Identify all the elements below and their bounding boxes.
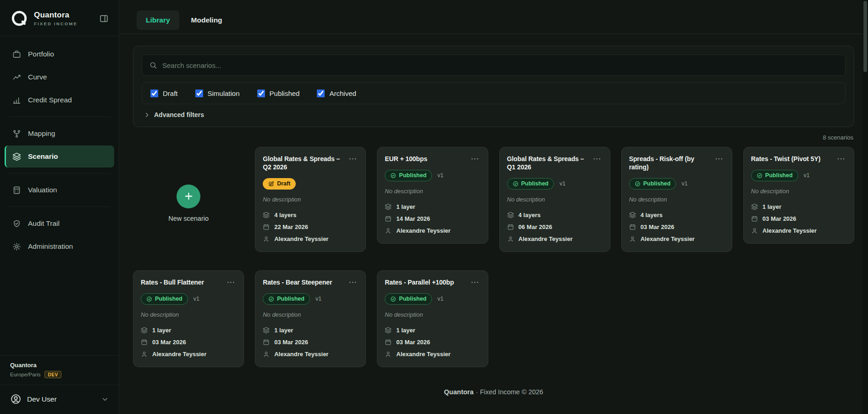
status-filter-draft[interactable]: Draft xyxy=(150,90,178,97)
brand-subtitle: FIXED INCOME xyxy=(34,21,92,26)
scenario-description: No description xyxy=(141,311,236,318)
sidebar-collapse-button[interactable] xyxy=(97,12,111,25)
owner-name: Alexandre Teyssier xyxy=(763,227,817,234)
modified-date: 22 Mar 2026 xyxy=(274,224,308,230)
scenario-card[interactable]: EUR + 100bps ⋯ Published v1 No descripti… xyxy=(377,147,488,244)
sidebar-item-valuation[interactable]: Valuation xyxy=(5,179,114,201)
scenario-card[interactable]: Rates - Bull Flattener ⋯ Published v1 No… xyxy=(133,270,244,367)
modified-date: 14 Mar 2026 xyxy=(396,215,430,222)
status-filter-archived[interactable]: Archived xyxy=(317,90,356,97)
scenario-description: No description xyxy=(507,196,603,203)
tab-library[interactable]: Library xyxy=(137,11,179,30)
library-content: Draft Simulation Published Archived Adva… xyxy=(119,34,868,414)
card-menu-button[interactable]: ⋯ xyxy=(347,278,358,287)
check-circle-icon xyxy=(390,173,396,179)
scenario-card[interactable]: Rates - Bear Steepener ⋯ Published v1 No… xyxy=(255,270,366,367)
version-label: v1 xyxy=(559,180,565,187)
scenario-title: Global Rates & Spreads – Q2 2026 xyxy=(263,155,343,172)
card-menu-button[interactable]: ⋯ xyxy=(225,278,236,287)
status-checkbox[interactable] xyxy=(150,90,158,97)
layers-icon xyxy=(751,203,758,210)
page-footer: Quantora· Fixed Income © 2026 xyxy=(133,388,854,396)
status-badge: Published xyxy=(141,293,188,305)
search-input[interactable] xyxy=(162,62,838,69)
pencil-icon xyxy=(268,181,274,187)
scenario-card[interactable]: Rates - Parallel +100bp ⋯ Published v1 N… xyxy=(377,270,488,367)
card-menu-button[interactable]: ⋯ xyxy=(592,155,603,163)
search-box[interactable] xyxy=(142,55,846,76)
status-checkbox[interactable] xyxy=(257,90,265,97)
footer-text: · Fixed Income © 2026 xyxy=(476,388,543,396)
status-badge: Published xyxy=(385,170,432,181)
card-menu-button[interactable]: ⋯ xyxy=(713,155,724,163)
user-icon xyxy=(385,351,392,358)
status-checkbox[interactable] xyxy=(317,90,325,97)
status-filter-label: Simulation xyxy=(208,90,240,97)
scrollbar[interactable] xyxy=(862,0,868,414)
version-label: v1 xyxy=(804,172,810,179)
layers-icon xyxy=(263,212,270,218)
scenario-description: No description xyxy=(629,196,724,203)
results-count: 8 scenarios xyxy=(133,134,853,141)
sidebar-item-mapping[interactable]: Mapping xyxy=(5,123,114,145)
status-badge: Published xyxy=(263,293,310,305)
env-badge: DEV xyxy=(44,371,61,378)
scenario-title: EUR + 100bps xyxy=(385,155,465,163)
status-checkbox[interactable] xyxy=(195,90,203,97)
status-badge-label: Published xyxy=(155,296,182,302)
scenario-description: No description xyxy=(385,188,480,195)
user-icon xyxy=(263,351,270,358)
scenario-card[interactable]: Global Rates & Spreads – Q2 2026 ⋯ Draft… xyxy=(255,147,366,252)
layers-count: 1 layer xyxy=(152,327,171,334)
status-badge: Published xyxy=(751,170,798,181)
calendar-icon xyxy=(385,215,392,222)
owner-name: Alexandre Teyssier xyxy=(519,235,573,242)
tab-modeling[interactable]: Modeling xyxy=(182,11,232,30)
card-menu-button[interactable]: ⋯ xyxy=(347,155,358,163)
status-badge-label: Published xyxy=(399,296,426,302)
version-label: v1 xyxy=(437,296,443,302)
new-scenario-label: New scenario xyxy=(168,215,209,222)
scenario-card[interactable]: Global Rates & Spreads – Q1 2026 ⋯ Publi… xyxy=(499,147,610,252)
sidebar-item-scenario[interactable]: Scenario xyxy=(5,145,114,168)
check-circle-icon xyxy=(268,296,274,302)
scenario-card[interactable]: Spreads - Risk-off (by rating) ⋯ Publish… xyxy=(621,147,732,252)
scrollbar-thumb[interactable] xyxy=(863,1,867,72)
sidebar-item-curve[interactable]: Curve xyxy=(5,66,114,88)
user-menu[interactable]: Dev User xyxy=(0,385,119,414)
layers-count: 1 layer xyxy=(763,203,781,210)
search-icon xyxy=(149,61,157,69)
status-filter-published[interactable]: Published xyxy=(257,90,300,97)
modified-date: 03 Mar 2026 xyxy=(152,339,186,346)
layers-icon xyxy=(263,327,270,334)
card-menu-button[interactable]: ⋯ xyxy=(470,155,481,163)
card-menu-button[interactable]: ⋯ xyxy=(835,155,846,163)
scenario-description: No description xyxy=(751,188,846,195)
modified-date: 03 Mar 2026 xyxy=(641,224,674,230)
sidebar-item-label: Administration xyxy=(28,242,73,251)
sidebar-item-credit-spread[interactable]: Credit Spread xyxy=(5,89,114,111)
layers-count: 4 layers xyxy=(274,212,296,218)
status-filter-simulation[interactable]: Simulation xyxy=(195,90,240,97)
owner-name: Alexandre Teyssier xyxy=(641,235,695,242)
status-badge-label: Published xyxy=(521,180,549,187)
check-circle-icon xyxy=(635,181,641,187)
main-area: Library Modeling Draft Simulat xyxy=(119,0,868,414)
sidebar-item-audit-trail[interactable]: Audit Trail xyxy=(5,213,114,235)
status-filter-group: Draft Simulation Published Archived xyxy=(142,82,846,104)
layers-icon xyxy=(507,212,514,218)
sidebar-item-administration[interactable]: Administration xyxy=(5,235,114,257)
modified-date: 03 Mar 2026 xyxy=(763,215,796,222)
scenario-title: Spreads - Risk-off (by rating) xyxy=(629,155,710,172)
advanced-filters-toggle[interactable]: Advanced filters xyxy=(142,111,204,118)
sidebar-bottom: Quantora Europe/Paris DEV Dev User xyxy=(0,355,119,414)
scenario-card[interactable]: Rates - Twist (Pivot 5Y) ⋯ Published v1 … xyxy=(743,147,854,244)
new-scenario-tile[interactable]: New scenario xyxy=(133,147,244,259)
scenario-description: No description xyxy=(263,311,358,318)
calendar-icon xyxy=(263,339,270,346)
sidebar-item-portfolio[interactable]: Portfolio xyxy=(5,43,114,65)
card-menu-button[interactable]: ⋯ xyxy=(470,278,481,287)
owner-name: Alexandre Teyssier xyxy=(396,227,450,234)
filters-panel: Draft Simulation Published Archived Adva… xyxy=(133,46,854,127)
status-filter-label: Archived xyxy=(329,90,356,97)
